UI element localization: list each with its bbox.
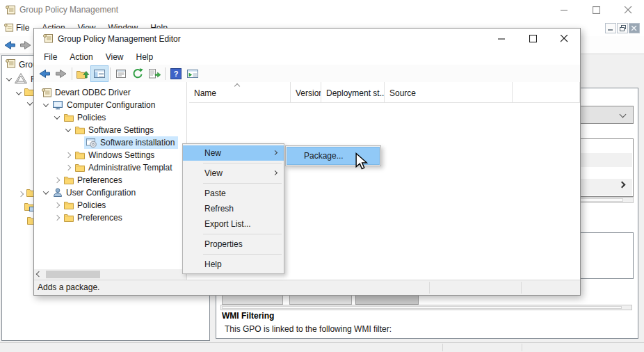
tree-item-policies[interactable]: Policies xyxy=(34,111,186,124)
chevron-down-icon xyxy=(620,111,627,118)
collapsed-chevron-icon[interactable] xyxy=(63,166,73,170)
editor-menu-view[interactable]: View xyxy=(99,49,130,65)
tree-label-wrap: Devart ODBC Driver xyxy=(40,86,134,99)
context-menu-item-properties[interactable]: Properties xyxy=(183,237,284,252)
expanded-chevron-icon[interactable] xyxy=(14,91,24,95)
editor-close-button[interactable] xyxy=(549,29,580,49)
context-menu-item-help[interactable]: Help xyxy=(183,257,284,272)
properties-icon[interactable] xyxy=(113,66,129,81)
tree-item-policies[interactable]: Policies xyxy=(34,199,186,211)
tree-item-label: Preferences xyxy=(77,213,122,223)
expanded-chevron-icon[interactable] xyxy=(41,191,51,195)
back-icon[interactable] xyxy=(36,66,53,81)
outer-minimize-button[interactable] xyxy=(548,0,580,19)
tree-item-label: User Configuration xyxy=(66,188,136,198)
tree-item-windows-settings[interactable]: Windows Settings xyxy=(34,149,186,161)
context-menu-item-export-list[interactable]: Export List... xyxy=(183,216,284,232)
tree-item-preferences[interactable]: Preferences xyxy=(34,174,186,186)
tree-label-wrap: Policies xyxy=(62,200,109,211)
folder-icon xyxy=(74,163,86,173)
menu-item-label: Help xyxy=(204,259,222,269)
help-icon[interactable]: ? xyxy=(168,66,184,81)
editor-console-tree: Devart ODBC DriverComputer Configuration… xyxy=(34,82,186,280)
scroll-left-icon[interactable] xyxy=(36,271,42,277)
editor-toolbar: ? xyxy=(34,65,580,83)
console-window-icon[interactable] xyxy=(184,66,201,81)
toolbar-separator xyxy=(110,67,111,80)
gpo-icon xyxy=(41,87,52,98)
folder-icon xyxy=(63,113,74,122)
folder-icon xyxy=(63,175,74,185)
tree-item-preferences[interactable]: Preferences xyxy=(34,211,186,224)
export-list-icon[interactable] xyxy=(146,66,163,81)
editor-maximize-button[interactable] xyxy=(517,29,549,49)
context-menu-item-paste[interactable]: Paste xyxy=(183,186,284,201)
column-header-blank[interactable] xyxy=(513,82,580,103)
folder-icon xyxy=(63,213,74,223)
outer-tree-node[interactable] xyxy=(14,87,35,99)
show-tree-icon[interactable] xyxy=(91,66,108,81)
editor-minimize-button[interactable] xyxy=(486,29,517,49)
tree-item-label: Preferences xyxy=(77,175,122,185)
outer-maximize-button[interactable] xyxy=(580,0,612,19)
collapsed-chevron-icon[interactable] xyxy=(52,203,62,207)
expanded-chevron-icon[interactable] xyxy=(41,103,51,107)
mdi-minimize-button[interactable] xyxy=(605,23,616,33)
tree-hscrollbar[interactable] xyxy=(34,269,186,280)
expanded-chevron-icon[interactable] xyxy=(63,128,73,132)
column-header-version[interactable]: Version xyxy=(291,82,321,103)
outer-menu-file[interactable]: File xyxy=(10,20,35,35)
expanded-chevron-icon[interactable] xyxy=(4,77,14,81)
tree-item-administrative-templat[interactable]: Administrative Templat xyxy=(34,161,186,174)
editor-menu-action[interactable]: Action xyxy=(63,49,99,65)
tree-label-wrap: User Configuration xyxy=(51,186,139,199)
computer-icon xyxy=(52,99,64,111)
editor-titlebar[interactable]: Group Policy Management Editor xyxy=(34,29,580,49)
scrollbar-thumb[interactable] xyxy=(46,271,100,278)
tree-label-wrap: Administrative Templat xyxy=(73,162,176,173)
tree-item-computer-configuration[interactable]: Computer Configuration xyxy=(34,99,186,111)
collapsed-chevron-icon[interactable] xyxy=(16,192,26,196)
tree-label-wrap: Windows Settings xyxy=(73,150,158,161)
folder-icon xyxy=(63,200,74,210)
tree-item-software-settings[interactable]: Software Settings xyxy=(34,124,186,136)
menu-separator xyxy=(203,254,282,255)
outer-forward-icon[interactable] xyxy=(19,39,33,54)
tree-item-software-installation[interactable]: Software installation xyxy=(34,136,186,149)
editor-menu-file[interactable]: File xyxy=(38,49,63,65)
tree-label-wrap: Policies xyxy=(62,112,109,123)
outer-back-icon[interactable] xyxy=(3,39,17,54)
wmi-filtering-text: This GPO is linked to the following WMI … xyxy=(225,324,392,334)
forward-icon[interactable] xyxy=(53,66,70,81)
refresh-icon[interactable] xyxy=(129,66,146,81)
collapsed-chevron-icon[interactable] xyxy=(52,216,62,220)
column-header-deployment-st[interactable]: Deployment st... xyxy=(321,82,385,103)
context-menu-item-new[interactable]: New xyxy=(183,145,284,161)
column-header-name[interactable]: Name xyxy=(189,82,291,103)
collapsed-chevron-icon[interactable] xyxy=(63,153,73,157)
security-list-hscrollbar[interactable] xyxy=(220,305,632,310)
menu-separator xyxy=(203,234,282,234)
tree-item-label: Windows Settings xyxy=(88,150,154,160)
menu-separator xyxy=(203,183,282,184)
tree-item-label: Devart ODBC Driver xyxy=(55,88,131,97)
tree-item-label: Software Settings xyxy=(88,125,154,135)
tree-label-wrap: Preferences xyxy=(62,175,126,186)
mdi-close-button[interactable] xyxy=(629,23,640,33)
outer-close-button[interactable] xyxy=(612,0,644,19)
expanded-chevron-icon[interactable] xyxy=(52,115,62,120)
tree-label-wrap: Computer Configuration xyxy=(51,99,159,111)
context-menu-item-refresh[interactable]: Refresh xyxy=(183,201,284,216)
tree-item-devart-odbc-driver[interactable]: Devart ODBC Driver xyxy=(34,86,186,99)
column-header-label: Name xyxy=(194,88,216,98)
software-icon xyxy=(86,137,97,148)
up-folder-icon[interactable] xyxy=(74,66,91,81)
column-header-source[interactable]: Source xyxy=(385,82,513,103)
column-header-label: Source xyxy=(389,88,416,98)
mdi-restore-button[interactable] xyxy=(617,23,628,33)
tree-item-user-configuration[interactable]: User Configuration xyxy=(34,186,186,199)
context-menu-item-view[interactable]: View xyxy=(183,166,284,181)
menu-item-label: New xyxy=(204,148,221,158)
collapsed-chevron-icon[interactable] xyxy=(52,178,62,182)
editor-menu-help[interactable]: Help xyxy=(130,49,160,65)
